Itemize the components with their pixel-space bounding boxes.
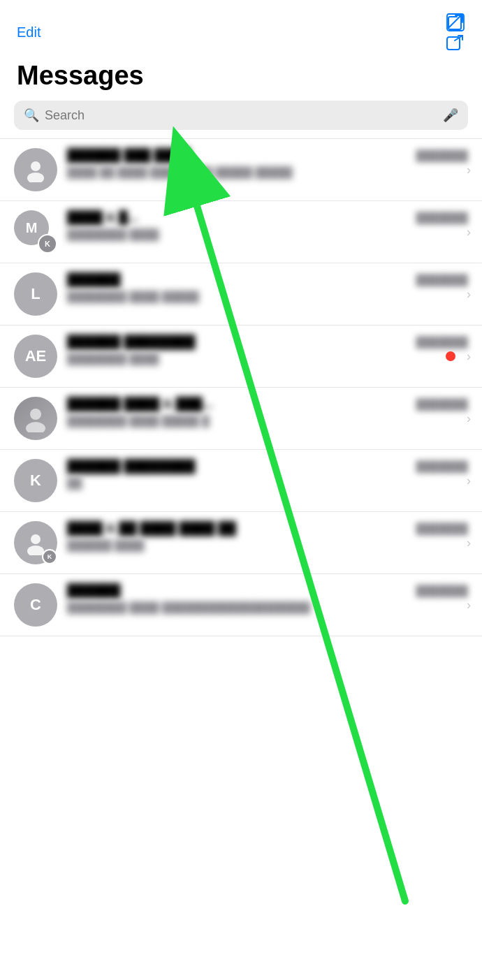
conversation-item[interactable]: ██████ ████ & ███... ███████ ████████ ██… bbox=[0, 388, 482, 450]
conversation-item[interactable]: L ██████ ███████ ████████ ████ █████ › bbox=[0, 263, 482, 326]
search-bar[interactable]: 🔍 🎤 bbox=[14, 101, 468, 130]
conversation-name: ██████ ████████ bbox=[67, 335, 411, 349]
chevron-right-icon: › bbox=[467, 536, 471, 550]
conversation-top: ████ & █... ███████ bbox=[67, 210, 468, 225]
conversation-preview: ████ ██ ████ ██████ ██ █████ █████ bbox=[67, 166, 468, 180]
conversation-top: ██████ ███ ████ ███████ bbox=[67, 148, 468, 163]
conversation-item[interactable]: AE ██████ ████████ ███████ ████████ ████… bbox=[0, 326, 482, 388]
conversation-list: ██████ ███ ████ ███████ ████ ██ ████ ███… bbox=[0, 138, 482, 636]
page-title: Messages bbox=[0, 58, 482, 101]
header: Edit bbox=[0, 0, 482, 58]
conversation-name: ██████ ████ & ███... bbox=[67, 397, 411, 411]
avatar-group: M K bbox=[14, 210, 57, 254]
chevron-right-icon: › bbox=[467, 474, 471, 488]
avatar-photo bbox=[14, 397, 57, 440]
conversation-top: ██████ ████████ ███████ bbox=[67, 335, 468, 349]
conversation-preview: ████████ ████ █████ █ bbox=[67, 414, 468, 428]
conversation-item[interactable]: K ██████ ████████ ███████ ██ › bbox=[0, 450, 482, 512]
conversation-preview: ██ bbox=[67, 476, 468, 490]
conversation-top: ██████ ███████ bbox=[67, 583, 468, 598]
conversation-name: ██████ bbox=[67, 272, 411, 287]
conversation-content: ████ & ██ ████ ████ ██ ███████ ██████ ██… bbox=[67, 521, 468, 553]
conversation-time: ███████ bbox=[416, 585, 468, 597]
conversation-content: ██████ ███ ████ ███████ ████ ██ ████ ███… bbox=[67, 148, 468, 180]
conversation-item[interactable]: ██████ ███ ████ ███████ ████ ██ ████ ███… bbox=[0, 139, 482, 201]
svg-point-5 bbox=[31, 161, 41, 171]
conversation-item[interactable]: M K ████ & █... ███████ ████████ ████ › bbox=[0, 201, 482, 263]
conversation-name: ██████ ███ ████ bbox=[67, 148, 411, 163]
avatar-sub: K bbox=[38, 234, 57, 254]
conversation-item[interactable]: K ████ & ██ ████ ████ ██ ███████ ██████ … bbox=[0, 512, 482, 574]
search-icon: 🔍 bbox=[24, 108, 39, 123]
avatar-badge: K bbox=[42, 549, 57, 564]
conversation-top: ██████ ████████ ███████ bbox=[67, 459, 468, 474]
search-input[interactable] bbox=[45, 108, 437, 123]
conversation-preview: ████████ ████ bbox=[67, 352, 468, 366]
avatar: C bbox=[14, 583, 57, 627]
conversation-item[interactable]: C ██████ ███████ ████████ ████ █████████… bbox=[0, 574, 482, 636]
conversation-preview: ██████ ████ bbox=[67, 539, 468, 553]
chevron-right-icon: › bbox=[467, 411, 471, 426]
svg-point-7 bbox=[30, 409, 41, 420]
conversation-top: ████ & ██ ████ ████ ██ ███████ bbox=[67, 521, 468, 536]
svg-point-10 bbox=[27, 546, 44, 555]
edit-button[interactable]: Edit bbox=[17, 24, 41, 41]
avatar: AE bbox=[14, 335, 57, 378]
conversation-time: ███████ bbox=[416, 522, 468, 534]
conversation-content: ██████ ████████ ███████ ██ bbox=[67, 459, 468, 490]
chevron-right-icon: › bbox=[467, 287, 471, 302]
avatar: K bbox=[14, 459, 57, 502]
conversation-content: ██████ ███████ ████████ ████ ███████████… bbox=[67, 583, 468, 615]
chevron-right-icon: › bbox=[467, 598, 471, 613]
conversation-content: ██████ ████████ ███████ ████████ ████ bbox=[67, 335, 468, 366]
svg-point-8 bbox=[26, 422, 45, 432]
conversation-name: ████ & ██ ████ ████ ██ bbox=[67, 521, 411, 536]
conversation-preview: ████████ ████ █████ bbox=[67, 290, 468, 304]
svg-point-9 bbox=[31, 534, 41, 544]
conversation-time: ███████ bbox=[416, 212, 468, 224]
conversation-time: ███████ bbox=[416, 460, 468, 472]
avatar: L bbox=[14, 272, 57, 316]
conversation-top: ██████ ████ & ███... ███████ bbox=[67, 397, 468, 411]
conversation-name: ████ & █... bbox=[67, 210, 411, 225]
compose-button[interactable] bbox=[446, 13, 465, 52]
notification-dot bbox=[446, 351, 455, 361]
chevron-right-icon: › bbox=[467, 225, 471, 240]
conversation-time: ███████ bbox=[416, 149, 468, 161]
compose-icon bbox=[446, 13, 465, 32]
chevron-right-icon: › bbox=[467, 163, 471, 177]
conversation-top: ██████ ███████ bbox=[67, 272, 468, 287]
conversation-content: ████ & █... ███████ ████████ ████ bbox=[67, 210, 468, 242]
conversation-name: ██████ ████████ bbox=[67, 459, 411, 474]
svg-point-6 bbox=[27, 173, 44, 182]
compose-icon-simple bbox=[446, 34, 464, 52]
conversation-preview: ████████ ████ bbox=[67, 228, 468, 242]
microphone-icon[interactable]: 🎤 bbox=[443, 108, 458, 123]
conversation-content: ██████ ████ & ███... ███████ ████████ ██… bbox=[67, 397, 468, 428]
conversation-time: ███████ bbox=[416, 336, 468, 348]
chevron-right-icon: › bbox=[467, 349, 471, 364]
conversation-content: ██████ ███████ ████████ ████ █████ bbox=[67, 272, 468, 304]
conversation-preview: ████████ ████ ████████████████████ bbox=[67, 601, 468, 615]
conversation-time: ███████ bbox=[416, 398, 468, 410]
avatar: K bbox=[14, 521, 57, 564]
person-icon bbox=[23, 157, 48, 182]
conversation-time: ███████ bbox=[416, 274, 468, 286]
conversation-name: ██████ bbox=[67, 583, 411, 598]
avatar bbox=[14, 148, 57, 191]
